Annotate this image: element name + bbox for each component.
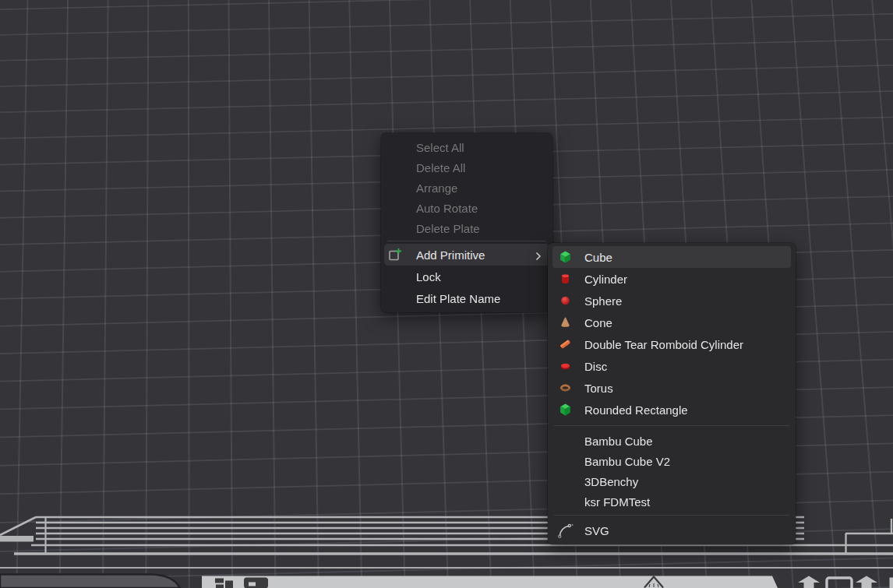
submenu-chevron-icon [535, 250, 542, 259]
submenu-item-bambu-cube[interactable]: Bambu Cube [548, 431, 796, 451]
submenu-item-label: Disc [584, 360, 607, 373]
submenu-item-torus[interactable]: Torus [548, 377, 796, 399]
submenu-item-rounded-rectangle[interactable]: Rounded Rectangle [548, 399, 796, 421]
menu-item-label: Arrange [416, 181, 457, 195]
menu-item-label: Add Primitive [416, 248, 485, 262]
submenu-item-label: Sphere [584, 294, 622, 308]
menu-item-arrange: Arrange [381, 178, 552, 198]
disc-icon [559, 360, 572, 373]
cube-icon [559, 251, 572, 264]
svg-curve-icon [556, 522, 574, 540]
rounded-rectangle-icon [559, 403, 572, 417]
submenu-item-cube[interactable]: Cube [552, 246, 791, 268]
menu-item-label: Select All [416, 141, 464, 154]
submenu-item-label: ksr FDMTest [584, 495, 650, 509]
submenu-item-label: Double Tear Romboid Cylinder [584, 338, 743, 351]
menu-item-lock[interactable]: Lock [381, 266, 552, 287]
submenu-item-label: SVG [584, 524, 609, 537]
submenu-item-label: Torus [584, 382, 613, 395]
submenu-item-label: Cube [584, 251, 612, 264]
submenu-item-disc[interactable]: Disc [548, 355, 796, 377]
menu-item-select-all: Select All [381, 137, 552, 157]
submenu-item-bambu-cube-v2[interactable]: Bambu Cube V2 [548, 451, 796, 471]
submenu-item-ksr-fdmtest[interactable]: ksr FDMTest [548, 491, 796, 512]
submenu-item-3dbenchy[interactable]: 3DBenchy [548, 471, 796, 491]
menu-item-add-primitive[interactable]: Add Primitive [384, 244, 549, 266]
menu-item-auto-rotate: Auto Rotate [381, 198, 552, 218]
submenu-item-cone[interactable]: Cone [548, 312, 796, 333]
plate-glyph-icon [244, 578, 268, 588]
torus-icon [559, 382, 572, 395]
menu-item-label: Lock [416, 270, 441, 283]
submenu-item-label: Bambu Cube [584, 435, 653, 448]
submenu-item-label: Rounded Rectangle [584, 403, 688, 417]
sphere-icon [559, 294, 572, 308]
submenu-item-svg[interactable]: SVG [548, 519, 796, 541]
double-tear-romboid-cylinder-icon [559, 338, 572, 351]
arrow-up-icon [798, 576, 820, 588]
cylinder-icon [559, 273, 572, 286]
menu-item-label: Delete Plate [416, 222, 480, 235]
submenu-item-cylinder[interactable]: Cylinder [548, 268, 796, 290]
menu-separator [554, 425, 789, 426]
submenu-item-sphere[interactable]: Sphere [548, 290, 796, 312]
menu-separator [554, 515, 789, 516]
submenu-item-double-tear-romboid-cylinder[interactable]: Double Tear Romboid Cylinder [548, 333, 796, 355]
plate-label-strip [202, 576, 778, 588]
menu-item-label: Edit Plate Name [416, 292, 500, 305]
plate-context-menu: Select All Delete All Arrange Auto Rotat… [381, 133, 552, 312]
menu-separator [387, 241, 546, 241]
arrow-up-icon [856, 576, 877, 588]
submenu-item-label: Cylinder [584, 273, 627, 286]
menu-item-delete-all: Delete All [381, 157, 552, 178]
add-primitive-submenu: Cube Cylinder Sphere [548, 243, 796, 544]
submenu-item-label: Bambu Cube V2 [584, 455, 670, 468]
menu-item-delete-plate: Delete Plate [381, 218, 552, 238]
plate-corner [0, 575, 180, 588]
cone-icon [559, 316, 572, 329]
menu-item-label: Auto Rotate [416, 202, 478, 215]
plate-icon [827, 578, 852, 588]
submenu-item-label: Cone [584, 316, 612, 329]
plate-orientation-marks [798, 576, 893, 588]
menu-item-label: Delete All [416, 161, 465, 174]
menu-item-edit-plate-name[interactable]: Edit Plate Name [381, 287, 552, 309]
submenu-item-label: 3DBenchy [584, 475, 638, 488]
add-primitive-icon [388, 248, 402, 262]
